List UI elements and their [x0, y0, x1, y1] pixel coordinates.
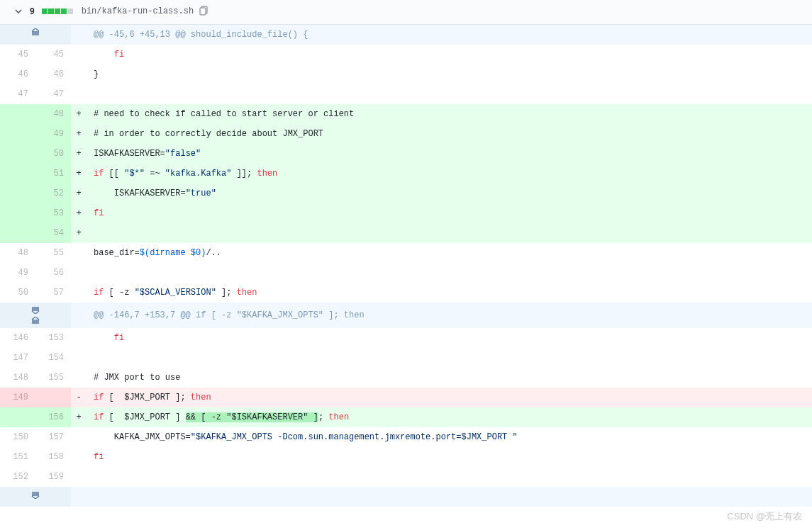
diff-line: 148155# JMX port to use	[0, 368, 812, 388]
diff-line: 4545 fi	[0, 45, 812, 64]
diff-line-added: 156+if [ $JMX_PORT ] && [ -z "$ISKAFKASE…	[0, 407, 812, 427]
diff-line-added: 48+# need to check if called to start se…	[0, 104, 812, 124]
hunk-text: @@ -45,6 +45,13 @@ should_include_file()…	[87, 25, 812, 45]
diff-line: 150157 KAFKA_JMX_OPTS="$KAFKA_JMX_OPTS -…	[0, 427, 812, 447]
svg-rect-1	[200, 8, 206, 15]
expand-down-icon[interactable]	[0, 487, 71, 507]
diff-line: 5057if [ -z "$SCALA_VERSION" ]; then	[0, 283, 812, 303]
diff-line-added: 49+# in order to correctly decide about …	[0, 124, 812, 144]
diff-line-added: 51+if [[ "$*" =~ "kafka.Kafka" ]]; then	[0, 164, 812, 184]
line-num-old[interactable]: 45	[0, 45, 35, 64]
line-num-new[interactable]: 45	[35, 45, 71, 64]
diff-line-added: 50+ISKAFKASERVER="false"	[0, 144, 812, 164]
diff-line-added: 54+	[0, 223, 812, 243]
diff-table: @@ -45,6 +45,13 @@ should_include_file()…	[0, 25, 812, 507]
hunk-text: @@ -146,7 +153,7 @@ if [ -z "$KAFKA_JMX_…	[87, 303, 812, 328]
collapse-toggle[interactable]	[13, 6, 24, 17]
diff-line: 4855base_dir=$(dirname $0)/..	[0, 243, 812, 263]
diff-line: 4747	[0, 84, 812, 104]
hunk-header: @@ -146,7 +153,7 @@ if [ -z "$KAFKA_JMX_…	[0, 303, 812, 328]
diff-line: 146153 fi	[0, 328, 812, 348]
diff-line: 152159	[0, 467, 812, 487]
expand-both-icon[interactable]	[0, 303, 71, 328]
diff-line: 151158fi	[0, 447, 812, 467]
diff-line-deleted: 149-if [ $JMX_PORT ]; then	[0, 388, 812, 407]
copy-path-icon[interactable]	[199, 6, 211, 17]
diff-line: 147154	[0, 348, 812, 368]
file-header: 9 bin/kafka-run-class.sh	[0, 0, 812, 25]
diff-line-added: 52+ ISKAFKASERVER="true"	[0, 184, 812, 203]
diff-line: 4646}	[0, 64, 812, 84]
change-count: 9	[30, 6, 35, 16]
hunk-footer	[0, 487, 812, 507]
diffstat	[42, 9, 73, 14]
expand-up-icon[interactable]	[0, 25, 71, 45]
diff-line-added: 53+fi	[0, 203, 812, 223]
hunk-header: @@ -45,6 +45,13 @@ should_include_file()…	[0, 25, 812, 45]
file-path[interactable]: bin/kafka-run-class.sh	[82, 6, 194, 16]
diff-line: 4956	[0, 263, 812, 283]
